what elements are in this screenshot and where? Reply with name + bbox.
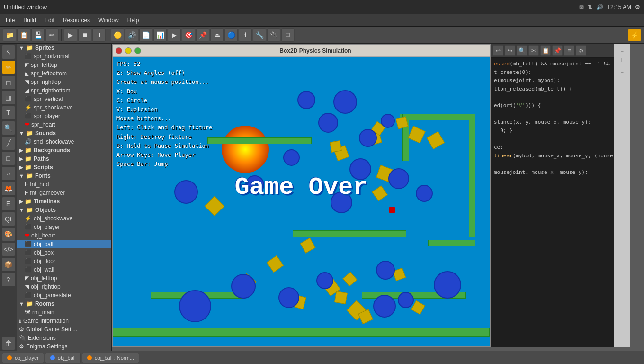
sidebar-icon-draw[interactable]: ✏ <box>2 61 15 74</box>
edit-button[interactable]: ✏ <box>45 28 59 42</box>
code-format-button[interactable]: ≡ <box>564 46 574 56</box>
run-button[interactable]: ▶ <box>64 28 77 42</box>
tree-item-obj-heart[interactable]: ❤obj_heart <box>17 231 111 240</box>
sidebar-icon-color[interactable]: 🎨 <box>2 228 15 241</box>
tree-folder-sounds[interactable]: ▼📁Sounds <box>17 129 111 137</box>
tree-item-spr-player[interactable]: ⬛spr_player <box>17 112 111 120</box>
code-cut-button[interactable]: ✂ <box>528 46 539 56</box>
menu-help[interactable]: Help <box>124 16 143 25</box>
menu-window[interactable]: Window <box>95 16 123 25</box>
network-icon[interactable]: ⇅ <box>588 4 592 10</box>
circle-button[interactable]: 🔵 <box>224 28 238 42</box>
tree-item-spr-heart[interactable]: ❤spr_heart <box>17 120 111 129</box>
tree-item-game-info[interactable]: ℹGame Information <box>17 317 111 325</box>
tree-folder-sprites[interactable]: ▼📁Sprites <box>17 44 111 52</box>
sidebar-icon-fill[interactable]: ▦ <box>2 91 15 104</box>
tree-item-spr-vertical[interactable]: ⬛spr_vertical <box>17 95 111 103</box>
plugin-button[interactable]: 🔌 <box>267 28 280 42</box>
play2-button[interactable]: ▶ <box>168 28 181 42</box>
target-button[interactable]: 🎯 <box>182 28 195 42</box>
open-button[interactable]: 📋 <box>17 28 30 42</box>
tab-obj-player[interactable]: obj_player <box>2 353 44 363</box>
eject-button[interactable]: ⏏ <box>210 28 224 42</box>
tree-item-rm-main[interactable]: 🗺rm_main <box>17 308 111 317</box>
wrench-button[interactable]: 🔧 <box>253 28 266 42</box>
code-redo-button[interactable]: ↪ <box>505 46 515 56</box>
code-undo-button[interactable]: ↩ <box>493 46 503 56</box>
new-button[interactable]: 📁 <box>3 28 16 42</box>
pin-button[interactable]: 📌 <box>196 28 209 42</box>
code-area[interactable]: essed(mb_left) && mousejoint == -1 && t_… <box>491 58 614 347</box>
sidebar-icon-line[interactable]: ╱ <box>2 136 15 150</box>
sim-max-button[interactable] <box>134 47 141 54</box>
tree-folder-rooms[interactable]: ▼📁Rooms <box>17 300 111 308</box>
tree-item-spr-leftbottom[interactable]: ◣spr_leftbottom <box>17 69 111 78</box>
tree-item-obj-righttop[interactable]: ◥obj_righttop <box>17 282 111 291</box>
sim-canvas[interactable]: FPS: 52 Z: Show Angles (off) Create at m… <box>113 57 490 346</box>
tree-item-spr-shockwave[interactable]: ⚡spr_shockwave <box>17 103 111 112</box>
sidebar-icon-text[interactable]: T <box>2 106 15 119</box>
chart-button[interactable]: 📊 <box>153 28 167 42</box>
tree-item-snd-shockwave[interactable]: 🔊snd_shockwave <box>17 137 111 146</box>
pacman-button[interactable]: 🟡 <box>111 28 124 42</box>
tree-item-spr-rightbottom[interactable]: ◢spr_rightbottom <box>17 86 111 95</box>
tab-obj-ball[interactable]: obj_ball <box>45 353 81 363</box>
sidebar-icon-box[interactable]: 📦 <box>2 258 15 271</box>
tree-item-enigma-settings[interactable]: ⚙Enigma Settings <box>17 342 111 351</box>
tree-folder-paths[interactable]: ▶📁Paths <box>17 155 111 163</box>
sidebar-icon-eraser[interactable]: ◻ <box>2 76 15 89</box>
sidebar-icon-rect[interactable]: □ <box>2 152 15 165</box>
tree-item-obj-gamestate[interactable]: ⬛obj_gamestate <box>17 291 111 300</box>
tree-folder-fonts[interactable]: ▼📁Fonts <box>17 172 111 180</box>
code-copy-button[interactable]: 📋 <box>540 46 551 56</box>
menu-resources[interactable]: Resources <box>59 16 94 25</box>
sidebar-icon-qt[interactable]: Qt <box>2 212 15 226</box>
sidebar-icon-trash[interactable]: 🗑 <box>2 337 15 350</box>
sim-close-button[interactable] <box>116 47 122 54</box>
tree-item-obj-wall[interactable]: ⬛obj_wall <box>17 265 111 274</box>
save-button[interactable]: 💾 <box>31 28 45 42</box>
code-paste-button[interactable]: 📌 <box>552 46 563 56</box>
tab-obj-ball-norm[interactable]: obj_ball : Norm... <box>82 353 139 363</box>
sidebar-icon-zoom[interactable]: 🔍 <box>2 121 15 135</box>
menu-file[interactable]: File <box>2 16 18 25</box>
tree-item-spr-horizontal[interactable]: ⬛spr_horizontal <box>17 52 111 61</box>
sidebar-icon-fox[interactable]: 🦊 <box>2 182 15 195</box>
volume-icon[interactable]: 🔊 <box>596 4 603 10</box>
settings-icon[interactable]: ⚙ <box>635 4 640 10</box>
sidebar-icon-question[interactable]: ? <box>2 273 15 286</box>
sidebar-icon-enigma[interactable]: E <box>2 197 15 210</box>
tree-item-fnt-gameover[interactable]: Ffnt_gameover <box>17 189 111 197</box>
tree-item-global-settings[interactable]: ⚙Global Game Setti... <box>17 325 111 334</box>
tree-item-spr-righttop[interactable]: ◥spr_righttop <box>17 78 111 86</box>
sidebar-icon-circle2[interactable]: ○ <box>2 167 15 180</box>
doc-button[interactable]: 📄 <box>139 28 152 42</box>
special-button[interactable]: ⚡ <box>628 28 641 42</box>
tree-item-obj-shockwave[interactable]: ⚡obj_shockwave <box>17 214 111 223</box>
sound-button[interactable]: 🔊 <box>125 28 138 42</box>
tree-folder-backgrounds[interactable]: ▶📁Backgrounds <box>17 146 111 155</box>
sidebar-icon-pointer[interactable]: ↖ <box>2 46 15 59</box>
stop-button[interactable]: ⏹ <box>78 28 91 42</box>
tree-folder-objects[interactable]: ▼📁Objects <box>17 206 111 214</box>
code-settings-button[interactable]: ⚙ <box>576 46 586 56</box>
info-button[interactable]: ℹ <box>239 28 252 42</box>
tree-folder-scripts[interactable]: ▶📁Scripts <box>17 163 111 172</box>
tree-item-extensions[interactable]: 🔌Extensions <box>17 334 111 342</box>
menu-edit[interactable]: Edit <box>41 16 58 25</box>
email-icon[interactable]: ✉ <box>579 4 584 10</box>
menu-build[interactable]: Build <box>19 16 40 25</box>
pause-button[interactable]: ⏸ <box>92 28 106 42</box>
tree-item-obj-player[interactable]: ⬛obj_player <box>17 223 111 231</box>
tree-item-obj-box[interactable]: ⬛obj_box <box>17 248 111 257</box>
sidebar-icon-code[interactable]: </> <box>2 243 15 256</box>
tree-item-obj-lefttop[interactable]: ◤obj_lefttop <box>17 274 111 282</box>
code-search-button[interactable]: 🔍 <box>517 46 527 56</box>
tree-item-obj-floor[interactable]: ⬛obj_floor <box>17 257 111 265</box>
tree-folder-timelines[interactable]: ▶📁Timelines <box>17 197 111 206</box>
monitor-button[interactable]: 🖥 <box>281 28 295 42</box>
sim-min-button[interactable] <box>125 47 132 54</box>
tree-item-fnt-hud[interactable]: Ffnt_hud <box>17 180 111 189</box>
tree-item-spr-lefttop[interactable]: ◤spr_lefttop <box>17 61 111 69</box>
tree-item-obj-ball[interactable]: ⬛obj_ball <box>17 240 111 248</box>
